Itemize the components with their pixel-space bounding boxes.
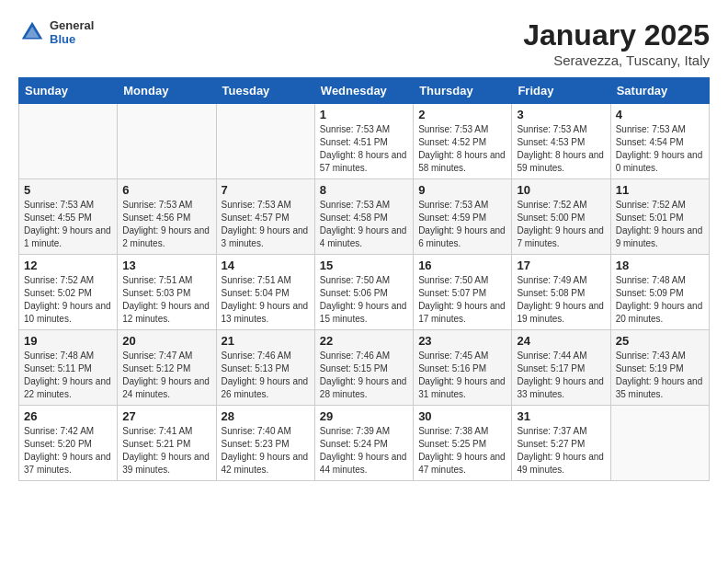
- day-info: Sunrise: 7:44 AM Sunset: 5:17 PM Dayligh…: [517, 350, 605, 401]
- day-number: 17: [517, 259, 605, 272]
- day-info: Sunrise: 7:38 AM Sunset: 5:25 PM Dayligh…: [418, 425, 506, 477]
- weekday-header-sunday: Sunday: [19, 78, 118, 104]
- week-row-1: 1Sunrise: 7:53 AM Sunset: 4:51 PM Daylig…: [19, 104, 710, 179]
- day-number: 29: [320, 409, 408, 423]
- day-info: Sunrise: 7:42 AM Sunset: 5:20 PM Dayligh…: [24, 425, 112, 477]
- day-number: 6: [122, 183, 210, 197]
- day-info: Sunrise: 7:49 AM Sunset: 5:08 PM Dayligh…: [517, 274, 605, 326]
- day-info: Sunrise: 7:52 AM Sunset: 5:00 PM Dayligh…: [517, 199, 605, 250]
- week-row-2: 5Sunrise: 7:53 AM Sunset: 4:55 PM Daylig…: [19, 179, 710, 255]
- day-number: 16: [418, 259, 506, 272]
- day-number: 12: [24, 259, 112, 272]
- calendar-cell: 30Sunrise: 7:38 AM Sunset: 5:25 PM Dayli…: [414, 406, 512, 481]
- logo: General Blue: [18, 18, 94, 46]
- calendar-cell: 31Sunrise: 7:37 AM Sunset: 5:27 PM Dayli…: [512, 406, 610, 481]
- weekday-header-saturday: Saturday: [610, 78, 709, 104]
- week-row-3: 12Sunrise: 7:52 AM Sunset: 5:02 PM Dayli…: [19, 255, 710, 330]
- day-number: 5: [24, 183, 112, 197]
- day-info: Sunrise: 7:53 AM Sunset: 4:55 PM Dayligh…: [24, 199, 112, 250]
- day-info: Sunrise: 7:53 AM Sunset: 4:53 PM Dayligh…: [517, 123, 605, 175]
- day-number: 19: [24, 334, 112, 348]
- calendar-cell: 9Sunrise: 7:53 AM Sunset: 4:59 PM Daylig…: [414, 179, 512, 255]
- calendar-cell: 4Sunrise: 7:53 AM Sunset: 4:54 PM Daylig…: [610, 104, 709, 179]
- weekday-header-friday: Friday: [512, 78, 610, 104]
- day-info: Sunrise: 7:48 AM Sunset: 5:11 PM Dayligh…: [24, 350, 112, 401]
- location: Seravezza, Tuscany, Italy: [523, 52, 710, 68]
- calendar-cell: 8Sunrise: 7:53 AM Sunset: 4:58 PM Daylig…: [314, 179, 413, 255]
- day-info: Sunrise: 7:53 AM Sunset: 4:57 PM Dayligh…: [222, 199, 310, 250]
- weekday-header-row: SundayMondayTuesdayWednesdayThursdayFrid…: [19, 78, 710, 104]
- calendar-cell: 16Sunrise: 7:50 AM Sunset: 5:07 PM Dayli…: [414, 255, 512, 330]
- day-number: 28: [222, 409, 310, 423]
- day-info: Sunrise: 7:52 AM Sunset: 5:01 PM Dayligh…: [616, 199, 704, 250]
- day-number: 18: [616, 259, 704, 272]
- calendar-cell: 12Sunrise: 7:52 AM Sunset: 5:02 PM Dayli…: [19, 255, 118, 330]
- day-number: 7: [222, 183, 310, 197]
- day-number: 26: [24, 409, 112, 423]
- weekday-header-thursday: Thursday: [414, 78, 512, 104]
- day-info: Sunrise: 7:46 AM Sunset: 5:13 PM Dayligh…: [222, 350, 310, 401]
- calendar-table: SundayMondayTuesdayWednesdayThursdayFrid…: [18, 77, 710, 481]
- calendar-cell: 3Sunrise: 7:53 AM Sunset: 4:53 PM Daylig…: [512, 104, 610, 179]
- day-info: Sunrise: 7:52 AM Sunset: 5:02 PM Dayligh…: [24, 274, 112, 326]
- day-number: 27: [122, 409, 210, 423]
- day-info: Sunrise: 7:50 AM Sunset: 5:07 PM Dayligh…: [418, 274, 506, 326]
- weekday-header-monday: Monday: [118, 78, 216, 104]
- calendar-cell: 20Sunrise: 7:47 AM Sunset: 5:12 PM Dayli…: [118, 330, 216, 406]
- month-title: January 2025: [523, 18, 710, 52]
- calendar-cell: 17Sunrise: 7:49 AM Sunset: 5:08 PM Dayli…: [512, 255, 610, 330]
- day-number: 1: [320, 108, 408, 121]
- logo-general: General: [50, 18, 94, 32]
- day-info: Sunrise: 7:53 AM Sunset: 4:52 PM Dayligh…: [418, 123, 506, 175]
- weekday-header-wednesday: Wednesday: [314, 78, 413, 104]
- day-info: Sunrise: 7:39 AM Sunset: 5:24 PM Dayligh…: [320, 425, 408, 477]
- calendar-cell: 29Sunrise: 7:39 AM Sunset: 5:24 PM Dayli…: [314, 406, 413, 481]
- calendar-cell: 2Sunrise: 7:53 AM Sunset: 4:52 PM Daylig…: [414, 104, 512, 179]
- day-number: 11: [616, 183, 704, 197]
- day-info: Sunrise: 7:50 AM Sunset: 5:06 PM Dayligh…: [320, 274, 408, 326]
- day-number: 20: [122, 334, 210, 348]
- day-info: Sunrise: 7:53 AM Sunset: 4:56 PM Dayligh…: [122, 199, 210, 250]
- day-number: 23: [418, 334, 506, 348]
- calendar-cell: 25Sunrise: 7:43 AM Sunset: 5:19 PM Dayli…: [610, 330, 709, 406]
- day-number: 3: [517, 108, 605, 121]
- day-info: Sunrise: 7:48 AM Sunset: 5:09 PM Dayligh…: [616, 274, 704, 326]
- day-number: 30: [418, 409, 506, 423]
- week-row-4: 19Sunrise: 7:48 AM Sunset: 5:11 PM Dayli…: [19, 330, 710, 406]
- calendar-cell: 6Sunrise: 7:53 AM Sunset: 4:56 PM Daylig…: [118, 179, 216, 255]
- calendar-cell: 13Sunrise: 7:51 AM Sunset: 5:03 PM Dayli…: [118, 255, 216, 330]
- weekday-header-tuesday: Tuesday: [216, 78, 314, 104]
- calendar-cell: 23Sunrise: 7:45 AM Sunset: 5:16 PM Dayli…: [414, 330, 512, 406]
- day-number: 31: [517, 409, 605, 423]
- calendar-cell: 5Sunrise: 7:53 AM Sunset: 4:55 PM Daylig…: [19, 179, 118, 255]
- day-info: Sunrise: 7:53 AM Sunset: 4:51 PM Dayligh…: [320, 123, 408, 175]
- day-number: 2: [418, 108, 506, 121]
- page-header: General Blue January 2025 Seravezza, Tus…: [18, 18, 710, 68]
- calendar-cell: 28Sunrise: 7:40 AM Sunset: 5:23 PM Dayli…: [216, 406, 314, 481]
- logo-icon: [18, 18, 46, 46]
- calendar-cell: 10Sunrise: 7:52 AM Sunset: 5:00 PM Dayli…: [512, 179, 610, 255]
- day-info: Sunrise: 7:37 AM Sunset: 5:27 PM Dayligh…: [517, 425, 605, 477]
- day-info: Sunrise: 7:51 AM Sunset: 5:03 PM Dayligh…: [122, 274, 210, 326]
- calendar-cell: 22Sunrise: 7:46 AM Sunset: 5:15 PM Dayli…: [314, 330, 413, 406]
- calendar-cell: 21Sunrise: 7:46 AM Sunset: 5:13 PM Dayli…: [216, 330, 314, 406]
- day-info: Sunrise: 7:40 AM Sunset: 5:23 PM Dayligh…: [222, 425, 310, 477]
- day-info: Sunrise: 7:46 AM Sunset: 5:15 PM Dayligh…: [320, 350, 408, 401]
- day-info: Sunrise: 7:53 AM Sunset: 4:59 PM Dayligh…: [418, 199, 506, 250]
- day-info: Sunrise: 7:51 AM Sunset: 5:04 PM Dayligh…: [222, 274, 310, 326]
- day-number: 22: [320, 334, 408, 348]
- calendar-cell: 19Sunrise: 7:48 AM Sunset: 5:11 PM Dayli…: [19, 330, 118, 406]
- calendar-cell: [610, 406, 709, 481]
- calendar-cell: 11Sunrise: 7:52 AM Sunset: 5:01 PM Dayli…: [610, 179, 709, 255]
- title-block: January 2025 Seravezza, Tuscany, Italy: [523, 18, 710, 68]
- calendar-cell: 27Sunrise: 7:41 AM Sunset: 5:21 PM Dayli…: [118, 406, 216, 481]
- day-info: Sunrise: 7:43 AM Sunset: 5:19 PM Dayligh…: [616, 350, 704, 401]
- logo-blue: Blue: [50, 32, 94, 46]
- day-number: 10: [517, 183, 605, 197]
- calendar-cell: 14Sunrise: 7:51 AM Sunset: 5:04 PM Dayli…: [216, 255, 314, 330]
- calendar-cell: 18Sunrise: 7:48 AM Sunset: 5:09 PM Dayli…: [610, 255, 709, 330]
- day-number: 21: [222, 334, 310, 348]
- day-info: Sunrise: 7:53 AM Sunset: 4:58 PM Dayligh…: [320, 199, 408, 250]
- week-row-5: 26Sunrise: 7:42 AM Sunset: 5:20 PM Dayli…: [19, 406, 710, 481]
- calendar-cell: [216, 104, 314, 179]
